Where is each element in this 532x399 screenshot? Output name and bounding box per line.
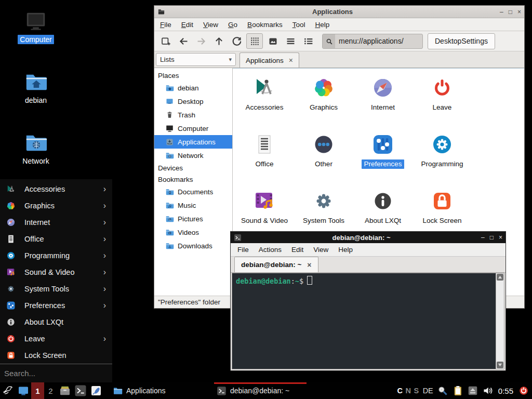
scroll-up-icon[interactable] bbox=[497, 274, 503, 281]
sidebar-item-documents[interactable]: Documents bbox=[154, 185, 232, 198]
lists-dropdown[interactable]: Lists ▾ bbox=[156, 53, 236, 66]
desktop-icon-network[interactable]: Network bbox=[10, 131, 62, 166]
menu-view[interactable]: View bbox=[203, 21, 218, 29]
show-desktop-button[interactable] bbox=[16, 383, 31, 398]
menu-item-accessories[interactable]: Accessories› bbox=[0, 181, 112, 197]
up-button[interactable] bbox=[211, 34, 227, 48]
menu-bookmarks[interactable]: Bookmarks bbox=[247, 21, 283, 29]
trash-icon bbox=[165, 111, 174, 119]
menu-tool[interactable]: Tool bbox=[292, 21, 305, 29]
desktop-icon-computer[interactable]: Computer bbox=[10, 9, 62, 44]
file-manager-titlebar[interactable]: Applications – □ × bbox=[154, 6, 524, 18]
desktop-settings-button[interactable]: DesktopSettings bbox=[428, 33, 495, 49]
app-leave[interactable]: Leave bbox=[413, 74, 472, 131]
sidebar-item-computer[interactable]: Computer bbox=[154, 122, 232, 135]
terminal-menu-file[interactable]: File bbox=[237, 246, 249, 254]
forward-button[interactable] bbox=[193, 34, 209, 48]
tab-applications[interactable]: Applications × bbox=[240, 52, 299, 68]
task-debian-debian-[interactable]: debian@debian: ~ bbox=[213, 382, 308, 399]
menu-item-graphics[interactable]: Graphics› bbox=[0, 197, 112, 214]
terminal-menu-actions[interactable]: Actions bbox=[259, 246, 282, 254]
app-internet[interactable]: Internet bbox=[353, 74, 413, 131]
terminal-menu-edit[interactable]: Edit bbox=[291, 246, 303, 254]
task-applications[interactable]: Applications bbox=[109, 382, 204, 399]
menu-item-about-lxqt[interactable]: About LXQt bbox=[0, 314, 112, 330]
sidebar-item-network[interactable]: Network bbox=[154, 149, 232, 162]
terminal-output[interactable]: debian@debian:~$ bbox=[232, 273, 496, 369]
search-input[interactable] bbox=[3, 368, 109, 378]
terminal-menu-help[interactable]: Help bbox=[338, 246, 353, 254]
tab-close-icon[interactable]: × bbox=[307, 261, 311, 269]
sidebar-item-applications[interactable]: Applications bbox=[154, 135, 232, 149]
app-other[interactable]: Other bbox=[294, 131, 353, 188]
app-office[interactable]: Office bbox=[235, 131, 294, 188]
workspace-1[interactable]: 1 bbox=[31, 382, 44, 399]
eject-tray-icon[interactable] bbox=[467, 385, 478, 396]
minimize-icon[interactable]: – bbox=[481, 234, 485, 241]
minimize-icon[interactable]: – bbox=[500, 9, 503, 15]
menu-item-leave[interactable]: Leave› bbox=[0, 330, 112, 347]
clock[interactable]: 0:55 bbox=[498, 387, 513, 395]
desktop-icon-debian[interactable]: debian bbox=[10, 70, 62, 105]
thumbnail-view-button[interactable] bbox=[265, 34, 281, 48]
keyboard-indicator[interactable]: CNS bbox=[397, 387, 419, 395]
menu-item-lock-screen[interactable]: Lock Screen bbox=[0, 347, 112, 364]
sidebar-item-pictures[interactable]: Pictures bbox=[154, 212, 232, 225]
sidebar-item-trash[interactable]: Trash bbox=[154, 108, 232, 122]
featherpad-launcher[interactable] bbox=[88, 383, 104, 398]
menu-search[interactable] bbox=[0, 364, 112, 382]
address-bar[interactable]: menu://applications/ bbox=[322, 34, 423, 49]
menu-item-label: Lock Screen bbox=[24, 351, 106, 360]
tab-close-icon[interactable]: × bbox=[289, 56, 293, 64]
menu-item-sound-video[interactable]: Sound & Video› bbox=[0, 264, 112, 281]
close-icon[interactable]: × bbox=[499, 234, 502, 241]
volume-tray-icon[interactable] bbox=[482, 385, 494, 396]
app-accessories[interactable]: Accessories bbox=[235, 74, 294, 131]
new-tab-button[interactable] bbox=[158, 34, 174, 48]
sidebar-item-music[interactable]: Music bbox=[154, 198, 232, 212]
main-menu-button[interactable] bbox=[0, 383, 16, 398]
menu-go[interactable]: Go bbox=[228, 21, 237, 29]
clipboard-tray-icon[interactable] bbox=[452, 385, 463, 396]
sidebar-item-desktop[interactable]: Desktop bbox=[154, 95, 232, 108]
preferences-icon bbox=[6, 300, 16, 311]
menu-edit[interactable]: Edit bbox=[181, 21, 193, 29]
app-graphics[interactable]: Graphics bbox=[294, 74, 353, 131]
menu-file[interactable]: File bbox=[160, 21, 171, 29]
sidebar-item-downloads[interactable]: Downloads bbox=[154, 239, 232, 252]
menu-item-internet[interactable]: Internet› bbox=[0, 214, 112, 231]
address-text[interactable]: menu://applications/ bbox=[335, 37, 407, 45]
desktop-icon-label: Network bbox=[20, 156, 51, 166]
app-label: Programming bbox=[418, 159, 466, 169]
terminal-title: debian@debian: ~ bbox=[242, 234, 481, 242]
maximize-icon[interactable]: □ bbox=[490, 234, 494, 241]
terminal-titlebar[interactable]: debian@debian: ~ – □ × bbox=[231, 232, 506, 243]
screenshot-tray-icon[interactable] bbox=[437, 385, 448, 396]
icon-view-button[interactable] bbox=[246, 33, 263, 49]
scroll-down-icon[interactable] bbox=[497, 362, 503, 368]
menu-item-office[interactable]: Office› bbox=[0, 231, 112, 247]
menu-item-preferences[interactable]: Preferences› bbox=[0, 297, 112, 314]
menu-item-programming[interactable]: Programming› bbox=[0, 247, 112, 264]
terminal-launcher[interactable] bbox=[73, 383, 88, 398]
close-icon[interactable]: × bbox=[517, 9, 521, 15]
detailed-view-button[interactable] bbox=[300, 34, 316, 48]
terminal-menu-view[interactable]: View bbox=[313, 246, 328, 254]
power-tray-icon[interactable] bbox=[518, 385, 529, 396]
reload-button[interactable] bbox=[229, 34, 244, 48]
terminal-tab[interactable]: debian@debian: ~ × bbox=[234, 257, 318, 272]
menu-help[interactable]: Help bbox=[315, 21, 329, 29]
file-manager-launcher[interactable] bbox=[57, 383, 73, 398]
compact-view-button[interactable] bbox=[283, 34, 298, 48]
app-preferences[interactable]: Preferences bbox=[353, 131, 413, 188]
back-button[interactable] bbox=[176, 34, 191, 48]
sidebar-item-debian[interactable]: debian bbox=[154, 81, 232, 95]
maximize-icon[interactable]: □ bbox=[509, 9, 512, 15]
workspace-2[interactable]: 2 bbox=[44, 382, 57, 399]
keyboard-layout[interactable]: DE bbox=[423, 387, 433, 395]
terminal-scrollbar[interactable] bbox=[496, 273, 504, 369]
menu-item-system-tools[interactable]: System Tools› bbox=[0, 281, 112, 297]
sidebar-item-videos[interactable]: Videos bbox=[154, 225, 232, 239]
sidebar-item-label: Desktop bbox=[178, 98, 204, 105]
app-programming[interactable]: Programming bbox=[413, 131, 472, 188]
